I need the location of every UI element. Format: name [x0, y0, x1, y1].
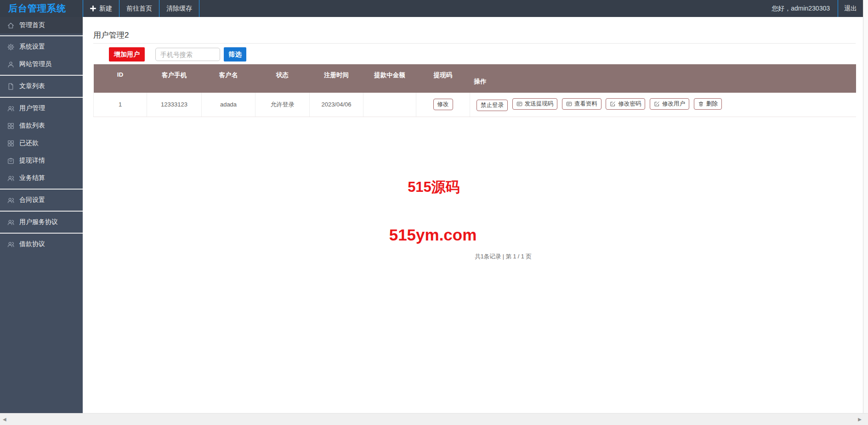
sidebar-divider — [0, 97, 83, 98]
vertical-scrollbar[interactable] — [863, 0, 868, 413]
sidebar-item-label: 网站管理员 — [19, 60, 51, 68]
app-logo: 后台管理系统 — [0, 0, 83, 17]
sidebar-item-label: 借款列表 — [19, 122, 45, 130]
cell-actions: 禁止登录 发送提现码 — [470, 93, 856, 117]
add-user-button[interactable]: 增加用户 — [109, 47, 145, 62]
header-customer-phone: 客户手机 — [147, 64, 202, 93]
delete-label: 删除 — [706, 100, 718, 108]
filter-button[interactable]: 筛选 — [224, 47, 246, 62]
sidebar-item-user-management[interactable]: 用户管理 — [0, 100, 83, 117]
sidebar-item-withdraw-details[interactable]: 提现详情 — [0, 152, 83, 169]
cell-id: 1 — [94, 93, 147, 117]
sidebar-item-label: 用户服务协议 — [19, 218, 58, 226]
sidebar-item-system-settings[interactable]: 系统设置 — [0, 38, 83, 56]
bag-icon — [7, 157, 15, 165]
table-header-row: ID 客户手机 客户名 状态 注册时间 提款中金额 提现码 操作 — [94, 64, 856, 93]
users-table: ID 客户手机 客户名 状态 注册时间 提款中金额 提现码 操作 1 12333… — [93, 64, 856, 117]
user-icon — [7, 61, 15, 68]
cell-withdrawing-amount — [363, 93, 416, 117]
modify-withdraw-code-button[interactable]: 修改 — [433, 99, 453, 110]
edit-icon — [654, 101, 660, 107]
phone-search-input[interactable] — [155, 48, 220, 61]
nav-go-home-label: 前往首页 — [126, 5, 152, 13]
home-icon — [7, 22, 15, 29]
header-registered-time: 注册时间 — [310, 64, 363, 93]
sidebar-item-label: 提现详情 — [19, 157, 45, 165]
delete-button[interactable]: 删除 — [694, 98, 722, 110]
gear-icon — [7, 43, 15, 51]
nav-go-home-button[interactable]: 前往首页 — [119, 0, 159, 17]
watermark-line2: 515ym.com — [389, 227, 477, 243]
change-password-label: 修改密码 — [618, 100, 641, 108]
cell-customer-name: adada — [202, 93, 255, 117]
cell-registered-time: 2023/04/06 — [310, 93, 363, 117]
sidebar-item-user-service-agreement[interactable]: 用户服务协议 — [0, 213, 83, 231]
sidebar-item-article-list[interactable]: 文章列表 — [0, 78, 83, 95]
plus-icon — [90, 6, 96, 11]
sidebar-item-label: 业务结算 — [19, 174, 45, 182]
sidebar-divider — [0, 211, 83, 212]
sidebar-item-label: 已还款 — [19, 139, 39, 147]
nav-clear-cache-button[interactable]: 清除缓存 — [159, 0, 199, 17]
users-icon — [7, 174, 15, 182]
main-content: 用户管理2 增加用户 筛选 ID 客户手机 客户名 状态 — [83, 17, 863, 413]
topbar: 后台管理系统 新建 前往首页 清除缓存 您好，admin230303 退出 — [0, 0, 863, 17]
sidebar-item-business-settlement[interactable]: 业务结算 — [0, 169, 83, 187]
nav-clear-cache-label: 清除缓存 — [166, 5, 192, 13]
sidebar-item-admin-home[interactable]: 管理首页 — [0, 17, 83, 34]
modify-user-button[interactable]: 修改用户 — [650, 98, 689, 110]
scroll-right-arrow-icon[interactable]: ▶ — [858, 416, 862, 423]
header-withdrawing-amount: 提款中金额 — [363, 64, 416, 93]
pagination-summary: 共1条记录 | 第 1 / 1 页 — [475, 253, 531, 261]
forbid-login-button[interactable]: 禁止登录 — [477, 100, 508, 111]
sidebar-item-repaid[interactable]: 已还款 — [0, 134, 83, 152]
sidebar-divider — [0, 233, 83, 234]
view-profile-label: 查看资料 — [574, 100, 597, 108]
sidebar-item-label: 用户管理 — [19, 104, 45, 112]
sidebar-item-label: 合同设置 — [19, 196, 45, 204]
cell-status: 允许登录 — [255, 93, 310, 117]
title-divider — [93, 43, 856, 44]
topbar-right: 您好，admin230303 退出 — [772, 0, 863, 17]
card-icon — [516, 101, 522, 107]
send-withdraw-code-label: 发送提现码 — [525, 100, 554, 108]
sidebar-item-label: 系统设置 — [19, 43, 45, 51]
page-title: 用户管理2 — [93, 31, 856, 39]
header-customer-name: 客户名 — [202, 64, 255, 93]
sidebar-divider — [0, 35, 83, 36]
header-withdraw-code: 提现码 — [416, 64, 470, 93]
users-icon — [7, 218, 15, 226]
header-id: ID — [94, 64, 147, 93]
grid-icon — [7, 122, 15, 130]
sidebar-item-label: 文章列表 — [19, 82, 45, 90]
send-withdraw-code-button[interactable]: 发送提现码 — [512, 98, 558, 110]
sidebar-item-contract-settings[interactable]: 合同设置 — [0, 191, 83, 209]
logout-button[interactable]: 退出 — [838, 0, 863, 17]
forbid-login-label: 禁止登录 — [481, 101, 504, 109]
nav-new-label: 新建 — [99, 5, 112, 13]
sidebar-divider — [0, 189, 83, 190]
card-icon — [566, 101, 572, 107]
toolbar: 增加用户 筛选 — [109, 47, 856, 62]
sidebar-item-site-admins[interactable]: 网站管理员 — [0, 56, 83, 73]
users-icon — [7, 240, 15, 248]
trash-icon — [698, 101, 704, 107]
sidebar: 管理首页 系统设置 网站管理员 文章列表 — [0, 17, 83, 413]
cell-customer-phone: 12333123 — [147, 93, 202, 117]
scroll-left-arrow-icon[interactable]: ◀ — [3, 416, 6, 423]
sidebar-item-loan-agreement[interactable]: 借款协议 — [0, 235, 83, 253]
cell-withdraw-code: 修改 — [416, 93, 470, 117]
modify-user-label: 修改用户 — [662, 100, 685, 108]
header-status: 状态 — [255, 64, 310, 93]
edit-icon — [610, 101, 616, 107]
users-icon — [7, 196, 15, 204]
view-profile-button[interactable]: 查看资料 — [562, 98, 601, 110]
admin-app: 后台管理系统 新建 前往首页 清除缓存 您好，admin230303 退出 — [0, 0, 868, 425]
horizontal-scrollbar[interactable]: ◀ ▶ — [0, 413, 868, 425]
change-password-button[interactable]: 修改密码 — [606, 98, 645, 110]
sidebar-item-loan-list[interactable]: 借款列表 — [0, 117, 83, 134]
nav-new-button[interactable]: 新建 — [83, 0, 119, 17]
sidebar-divider — [0, 75, 83, 76]
table-row: 1 12333123 adada 允许登录 2023/04/06 修改 禁止登录 — [94, 93, 856, 117]
topbar-nav: 新建 前往首页 清除缓存 — [83, 0, 199, 17]
